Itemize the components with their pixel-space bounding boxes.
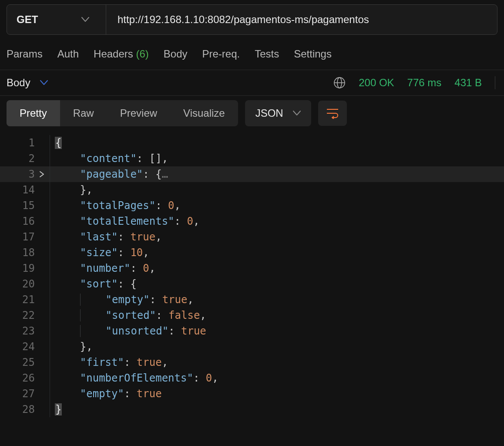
view-tab-raw[interactable]: Raw bbox=[60, 100, 107, 126]
code-line: 23 "unsorted": true bbox=[0, 323, 504, 339]
tab-params[interactable]: Params bbox=[7, 48, 43, 60]
json-key: "size" bbox=[80, 247, 118, 259]
json-key: "number" bbox=[80, 262, 131, 274]
json-key: "numberOfElements" bbox=[80, 372, 193, 384]
json-key: "unsorted" bbox=[106, 325, 169, 337]
code-line: 20 "sort": { bbox=[0, 276, 504, 292]
tab-headers[interactable]: Headers (6) bbox=[94, 48, 149, 60]
json-value: 0 bbox=[143, 262, 149, 274]
code-line: 15 "totalPages": 0, bbox=[0, 198, 504, 213]
json-value: true bbox=[137, 388, 162, 400]
response-view-selector[interactable]: Body bbox=[7, 77, 30, 89]
code-line: 27 "empty": true bbox=[0, 386, 504, 402]
chevron-down-icon bbox=[293, 111, 301, 116]
view-tab-preview[interactable]: Preview bbox=[107, 100, 170, 126]
divider bbox=[495, 76, 495, 89]
brace-close: } bbox=[55, 403, 62, 416]
json-value: 0 bbox=[187, 215, 193, 227]
view-mode-tabs: Pretty Raw Preview Visualize bbox=[7, 100, 238, 126]
code-line: 26 "numberOfElements": 0, bbox=[0, 370, 504, 386]
tab-settings[interactable]: Settings bbox=[294, 48, 332, 60]
code-line: 3 "pageable": {… bbox=[0, 166, 504, 182]
view-tab-pretty[interactable]: Pretty bbox=[7, 100, 60, 126]
http-method-label: GET bbox=[17, 14, 38, 26]
json-value: true bbox=[130, 231, 155, 243]
json-key: "last" bbox=[80, 231, 118, 243]
chevron-down-icon bbox=[81, 17, 89, 22]
line-number: 18 bbox=[0, 245, 39, 260]
fold-ellipsis[interactable]: … bbox=[162, 168, 168, 180]
code-line: 2 "content": [], bbox=[0, 151, 504, 166]
tab-headers-label: Headers bbox=[94, 48, 133, 60]
code-line: 14 }, bbox=[0, 182, 504, 198]
line-number: 24 bbox=[0, 339, 39, 355]
brace-open: { bbox=[55, 137, 62, 149]
line-number: 26 bbox=[0, 370, 39, 386]
line-number: 14 bbox=[0, 182, 39, 198]
json-key: "empty" bbox=[106, 294, 150, 306]
response-bar: Body 200 OK 776 ms 431 B bbox=[0, 70, 504, 95]
line-number: 23 bbox=[0, 323, 39, 339]
code-line: 24 }, bbox=[0, 339, 504, 355]
json-key: "sorted" bbox=[106, 309, 156, 321]
wrap-icon bbox=[326, 108, 339, 119]
response-status: 200 OK bbox=[359, 77, 394, 89]
request-bar: GET bbox=[7, 4, 497, 35]
request-tabs: Params Auth Headers (6) Body Pre-req. Te… bbox=[0, 35, 504, 70]
json-key: "pageable" bbox=[80, 168, 143, 180]
globe-icon[interactable] bbox=[333, 77, 346, 89]
line-number: 3 bbox=[0, 166, 39, 182]
json-value: 0 bbox=[168, 199, 174, 212]
tab-prereq[interactable]: Pre-req. bbox=[202, 48, 240, 60]
code-line: 21 "empty": true, bbox=[0, 292, 504, 307]
tab-body[interactable]: Body bbox=[164, 48, 188, 60]
json-value: [] bbox=[149, 152, 162, 165]
json-value: 0 bbox=[206, 372, 212, 384]
code-line: 18 "size": 10, bbox=[0, 245, 504, 260]
code-line: 1 { bbox=[0, 135, 504, 151]
headers-count: (6) bbox=[136, 48, 148, 60]
json-key: "totalPages" bbox=[80, 199, 155, 212]
json-key: "totalElements" bbox=[80, 215, 175, 227]
json-value: true bbox=[137, 356, 162, 368]
response-size: 431 B bbox=[454, 77, 482, 89]
http-method-select[interactable]: GET bbox=[7, 5, 106, 34]
fold-toggle[interactable] bbox=[39, 171, 50, 178]
line-number: 28 bbox=[0, 402, 39, 417]
tab-auth[interactable]: Auth bbox=[57, 48, 79, 60]
json-key: "sort" bbox=[80, 278, 118, 290]
chevron-down-icon[interactable] bbox=[40, 80, 48, 85]
code-line: 22 "sorted": false, bbox=[0, 307, 504, 323]
line-number: 20 bbox=[0, 276, 39, 292]
code-line: 28 } bbox=[0, 402, 504, 417]
wrap-lines-button[interactable] bbox=[318, 101, 347, 126]
line-number: 25 bbox=[0, 355, 39, 370]
line-number: 1 bbox=[0, 135, 39, 151]
view-tab-visualize[interactable]: Visualize bbox=[170, 100, 238, 126]
line-number: 17 bbox=[0, 229, 39, 245]
request-url-input[interactable] bbox=[106, 5, 497, 34]
json-value: true bbox=[162, 294, 188, 306]
json-value: true bbox=[181, 325, 206, 337]
code-line: 25 "first": true, bbox=[0, 355, 504, 370]
response-language-label: JSON bbox=[255, 107, 283, 119]
response-tools-row: Pretty Raw Preview Visualize JSON bbox=[0, 96, 504, 132]
json-key: "first" bbox=[80, 356, 124, 368]
line-number: 21 bbox=[0, 292, 39, 307]
line-number: 2 bbox=[0, 151, 39, 166]
response-language-select[interactable]: JSON bbox=[245, 100, 311, 126]
tab-tests[interactable]: Tests bbox=[255, 48, 279, 60]
code-line: 17 "last": true, bbox=[0, 229, 504, 245]
response-time: 776 ms bbox=[407, 77, 442, 89]
json-value: 10 bbox=[130, 247, 143, 259]
line-number: 15 bbox=[0, 198, 39, 213]
line-number: 16 bbox=[0, 213, 39, 229]
line-number: 27 bbox=[0, 386, 39, 402]
json-key: "empty" bbox=[80, 388, 124, 400]
json-key: "content" bbox=[80, 152, 137, 165]
code-line: 16 "totalElements": 0, bbox=[0, 213, 504, 229]
line-number: 22 bbox=[0, 307, 39, 323]
response-body-editor[interactable]: 1 { 2 "content": [], 3 "pageable": {… 14… bbox=[0, 132, 504, 417]
line-number: 19 bbox=[0, 260, 39, 276]
json-value: false bbox=[168, 309, 200, 321]
